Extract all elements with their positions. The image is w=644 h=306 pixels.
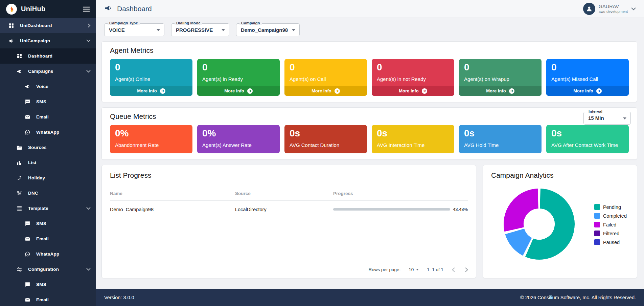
sidebar-item-label: Dashboard [28, 53, 52, 59]
avatar[interactable] [583, 3, 595, 15]
metric-label: Agent(s) Answer Rate [202, 142, 275, 148]
brand-flame-icon [6, 4, 17, 15]
list-progress-panel: List Progress NameSourceProgress Demo_Ca… [101, 165, 476, 278]
footer-copyright: © 2026 Consilium Software, Inc. All Righ… [520, 295, 636, 300]
more-info-button[interactable]: More Info ➜ [284, 86, 367, 96]
sidebar-item-email[interactable]: Email [0, 292, 96, 306]
metric-value: 0s [290, 128, 362, 139]
sidebar-item-label: Configuration [28, 267, 59, 272]
agent-metrics-cards: 0 Agent(s) Online More Info ➜ 0 Agent(s)… [110, 59, 629, 96]
user-tenant: aws-development [599, 9, 628, 14]
rows-per-page-label: Rows per page: [369, 267, 401, 272]
sidebar-item-unidashboard[interactable]: UniDashboard [0, 18, 96, 33]
hamburger-menu-icon[interactable] [83, 6, 90, 12]
megaphone-icon [24, 84, 30, 90]
metric-value: 0% [115, 128, 187, 139]
rows-per-page-select[interactable]: 10 [409, 267, 419, 272]
sidebar-item-template[interactable]: Template [0, 201, 96, 216]
legend-item-completed[interactable]: Completed [594, 213, 627, 219]
sidebar-item-unicampaign[interactable]: UniCampaign [0, 33, 96, 48]
dialing-mode-select-value: PROGRESSIVE [176, 27, 213, 33]
campaign-type-select[interactable]: Campaign Type VOICE [104, 23, 164, 36]
user-name: GAURAV [599, 4, 628, 9]
sidebar-menu: UniDashboard UniCampaign Dashboard Campa… [0, 18, 96, 306]
sidebar-item-campaigns[interactable]: Campaigns [0, 64, 96, 79]
metric-card-agent-s-in-not-ready: 0 Agent(s) in not Ready More Info ➜ [372, 59, 454, 96]
sidebar-item-email[interactable]: Email [0, 231, 96, 246]
pagination-range: 1–1 of 1 [427, 267, 443, 272]
metric-label: Abandonment Rate [115, 142, 187, 148]
interval-select-value: 15 Min [588, 115, 604, 121]
metric-label: Agent(s) in Ready [202, 76, 275, 82]
more-info-button[interactable]: More Info ➜ [372, 86, 454, 96]
arrow-right-circle-icon: ➜ [422, 88, 427, 94]
metric-label: AVG Contact Duration [290, 142, 362, 148]
chevron-down-icon[interactable] [631, 7, 636, 10]
metric-label: Agent(s) on Wrapup [464, 76, 536, 82]
metric-card-agent-s-on-call: 0 Agent(s) on Call More Info ➜ [284, 59, 367, 96]
whatsapp-icon [24, 129, 30, 135]
main-content: Campaign Type VOICE Dialing Mode PROGRES… [96, 18, 644, 289]
metric-label: Agent(s) on Call [290, 76, 362, 82]
sidebar-item-whatsapp[interactable]: WhatsApp [0, 125, 96, 140]
more-info-button[interactable]: More Info ➜ [459, 86, 542, 96]
campaign-select[interactable]: Campaign Demo_Campaign98 [236, 23, 300, 36]
arrow-right-circle-icon: ➜ [509, 88, 514, 94]
sidebar-item-sources[interactable]: Sources [0, 140, 96, 155]
donut-chart [497, 182, 581, 267]
arrow-right-circle-icon: ➜ [160, 88, 165, 94]
previous-page-button[interactable] [452, 267, 455, 272]
whatsapp-icon [24, 251, 30, 257]
progress-bar [333, 208, 450, 211]
sms-icon [24, 99, 30, 105]
sidebar-item-sms[interactable]: SMS [0, 94, 96, 109]
sidebar-item-label: List [28, 160, 37, 165]
megaphone-icon [104, 4, 112, 14]
sidebar-item-dnc[interactable]: DNC [0, 185, 96, 201]
metric-value: 0 [377, 62, 449, 73]
dialing-mode-select[interactable]: Dialing Mode PROGRESSIVE [171, 23, 229, 36]
select-arrow-icon [157, 29, 160, 31]
sidebar-item-label: Template [28, 206, 48, 211]
interval-select[interactable]: Interval 15 Min [583, 112, 631, 125]
topbar: Dashboard GAURAV aws-development [96, 0, 644, 18]
next-page-button[interactable] [465, 267, 468, 272]
legend-item-failed[interactable]: Failed [594, 222, 627, 227]
sidebar-item-sms[interactable]: SMS [0, 216, 96, 231]
sidebar-item-email[interactable]: Email [0, 109, 96, 125]
sidebar-item-configuration[interactable]: Configuration [0, 262, 96, 277]
dialing-mode-select-label: Dialing Mode [175, 21, 202, 25]
dashboard-icon [8, 23, 14, 29]
legend-item-filtered[interactable]: Filtered [594, 231, 627, 236]
legend-swatch [594, 239, 600, 245]
brand-title: UniHub [21, 5, 45, 13]
sidebar-item-label: UniCampaign [20, 38, 50, 43]
legend-item-paused[interactable]: Paused [594, 239, 627, 245]
column-header-source: Source [235, 191, 333, 196]
legend-label: Pending [603, 204, 621, 210]
sidebar-item-label: Email [36, 236, 49, 241]
queue-metrics-panel: Queue Metrics Interval 15 Min 0% Abandon… [101, 107, 637, 160]
more-info-button[interactable]: More Info ➜ [197, 86, 280, 96]
metric-value: 0 [202, 62, 275, 73]
sidebar-item-voice[interactable]: Voice [0, 79, 96, 94]
campaign-analytics-panel: Campaign Analytics Pending Completed Fai… [483, 165, 637, 278]
sidebar-item-sms[interactable]: SMS [0, 277, 96, 292]
arrow-right-circle-icon: ➜ [596, 88, 602, 94]
sidebar-item-holiday[interactable]: Holiday [0, 170, 96, 185]
arrow-right-circle-icon: ➜ [335, 88, 340, 94]
more-info-button[interactable]: More Info ➜ [110, 86, 192, 96]
campaign-select-label: Campaign [239, 21, 262, 25]
interval-select-label: Interval [587, 109, 604, 113]
sidebar-item-dashboard[interactable]: Dashboard [0, 48, 96, 64]
holiday-icon [16, 175, 22, 181]
metric-label: Agent(s) in not Ready [377, 76, 449, 82]
row-source: LocalDirectory [235, 207, 333, 212]
chart-legend: Pending Completed Failed Filtered Paused [594, 204, 627, 245]
more-info-button[interactable]: More Info ➜ [546, 86, 629, 96]
user-menu[interactable]: GAURAV aws-development [583, 3, 636, 15]
metric-value: 0 [551, 62, 624, 73]
sidebar-item-list[interactable]: List [0, 155, 96, 170]
legend-item-pending[interactable]: Pending [594, 204, 627, 210]
sidebar-item-whatsapp[interactable]: WhatsApp [0, 246, 96, 262]
